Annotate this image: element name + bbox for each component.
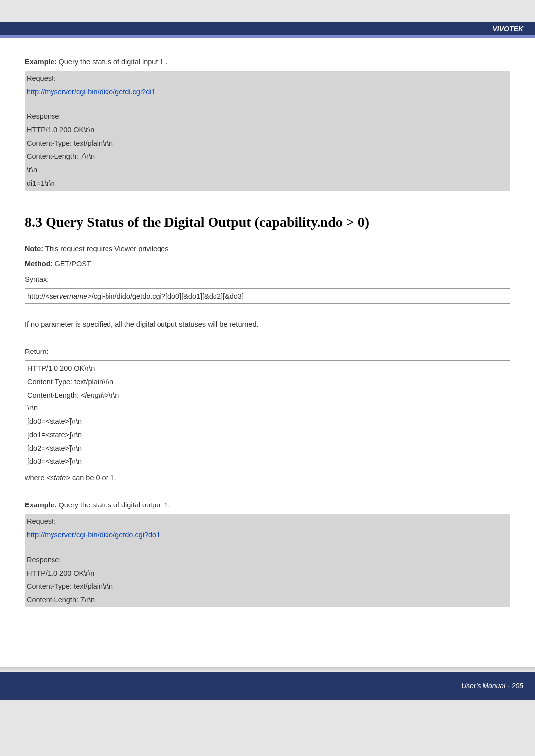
footer-shadow (0, 667, 535, 672)
return-label: Return: (25, 345, 510, 358)
method-line: Method: GET/POST (25, 257, 510, 271)
example-label: Example: (25, 58, 56, 66)
method-text: GET/POST (53, 260, 91, 268)
return-line: [do2=<state>]\r\n (27, 442, 508, 455)
example-text: Query the status of digital input 1 . (56, 58, 167, 66)
footer-text: User's Manual - 205 (461, 682, 523, 690)
note-line: Note: This request requires Viewer privi… (25, 242, 510, 255)
example-2-block: Request: http://myserver/cgi-bin/dido/ge… (25, 514, 510, 607)
example-2-heading: Example: Query the status of digital out… (25, 499, 510, 512)
return-line: [do0=<state>]\r\n (27, 415, 508, 428)
return-line: [do1=<state>]\r\n (27, 428, 508, 442)
header-top-gap (0, 0, 535, 22)
response-line: Content-Length: 7\r\n (27, 150, 508, 163)
content-body: Example: Query the status of digital inp… (0, 38, 535, 617)
response-line: \r\n (27, 163, 508, 177)
example-text: Query the status of digital output 1. (56, 501, 170, 509)
response-line: HTTP/1.0 200 OK\r\n (27, 123, 508, 137)
syntax-box: http://<servername>/cgi-bin/dido/getdo.c… (25, 288, 510, 304)
request-url-link[interactable]: http://myserver/cgi-bin/dido/getdo.cgi?d… (27, 531, 160, 539)
response-line: di1=1\r\n (27, 177, 508, 190)
footer-bar: User's Manual - 205 (0, 672, 535, 700)
response-line: Content-Length: 7\r\n (27, 593, 508, 606)
where-line: where <state> can be 0 or 1. (25, 471, 510, 485)
syntax-pre: http:// (27, 292, 45, 300)
request-label: Request: (27, 515, 508, 528)
response-label: Response: (27, 110, 508, 123)
syntax-post: /cgi-bin/dido/getdo.cgi?[do0][&do1][&do2… (92, 292, 244, 300)
method-label: Method: (25, 260, 53, 268)
response-label: Response: (27, 554, 508, 567)
syntax-servername: <servername> (45, 292, 92, 300)
brand-label: VIVOTEK (493, 25, 523, 33)
return-line: [do3=<state>]\r\n (27, 455, 508, 468)
response-line: HTTP/1.0 200 OK\r\n (27, 567, 508, 580)
header-brand-bar: VIVOTEK (0, 22, 535, 35)
return-line: \r\n (27, 402, 508, 415)
return-line: Content-Type: text/plain\r\n (27, 375, 508, 389)
example-label: Example: (25, 501, 56, 509)
note-label: Note: (25, 245, 43, 252)
note-text: This request requires Viewer privileges (43, 245, 168, 252)
document-page: VIVOTEK Example: Query the status of dig… (0, 0, 535, 700)
return-line: Content-Length: <length>\r\n (27, 389, 508, 402)
return-line: HTTP/1.0 200 OK\r\n (27, 362, 508, 375)
response-line: Content-Type: text/plain\r\n (27, 580, 508, 593)
request-label: Request: (27, 72, 508, 85)
example-1-block: Request: http://myserver/cgi-bin/dido/ge… (25, 71, 510, 191)
section-title: 8.3 Query Status of the Digital Output (… (25, 209, 510, 235)
return-box: HTTP/1.0 200 OK\r\n Content-Type: text/p… (25, 360, 510, 470)
example-1-heading: Example: Query the status of digital inp… (25, 55, 510, 69)
syntax-label: Syntax: (25, 273, 510, 286)
no-parameter-text: If no parameter is specified, all the di… (25, 318, 510, 331)
request-url-link[interactable]: http://myserver/cgi-bin/dido/getdi.cgi?d… (27, 88, 156, 96)
response-line: Content-Type: text/plain\r\n (27, 137, 508, 150)
